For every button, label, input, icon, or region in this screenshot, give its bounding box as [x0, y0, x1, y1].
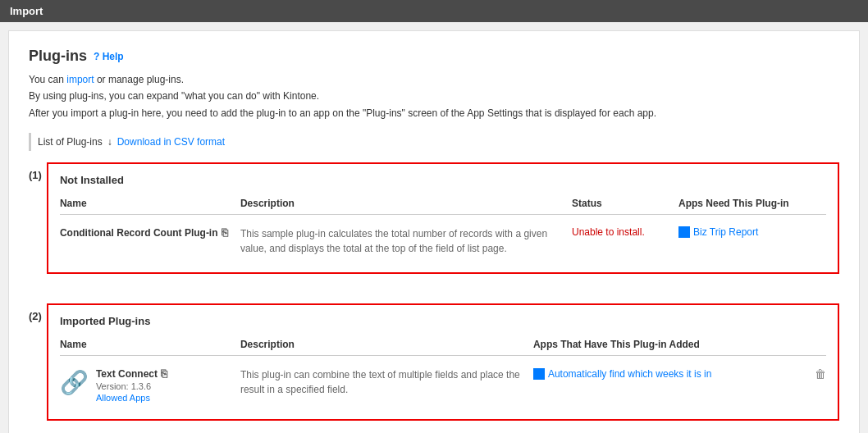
not-installed-app: Biz Trip Report [678, 226, 826, 238]
col-status: Status [572, 198, 678, 209]
page-title: Plug-ins [29, 48, 87, 65]
app-link-imported[interactable]: Automatically find which weeks it is in [533, 368, 711, 380]
not-installed-section: Not Installed Name Description Status Ap… [47, 162, 839, 274]
imported-label: (2) [29, 303, 42, 322]
version-text: Version: 1.3.6 [96, 381, 167, 391]
imported-section: Imported Plug-ins Name Description Apps … [47, 303, 839, 421]
not-installed-plugin-name: Conditional Record Count Plug-in ⎘ [60, 226, 240, 239]
desc-line-2: By using plug-ins, you can expand "what … [29, 88, 839, 104]
col-name: Name [60, 198, 240, 209]
link-chain-icon: 🔗 [60, 369, 89, 396]
help-link[interactable]: ? Help [94, 51, 124, 62]
copy-icon-imported[interactable]: ⎘ [161, 367, 167, 380]
main-content: Plug-ins ? Help You can import or manage… [8, 30, 860, 433]
desc-line-1: You can import or manage plug-ins. [29, 71, 839, 88]
list-header-text: List of Plug-ins [38, 136, 103, 148]
app-link-biz[interactable]: Biz Trip Report [678, 226, 826, 238]
copy-icon[interactable]: ⎘ [222, 226, 228, 239]
not-installed-title: Not Installed [60, 174, 826, 191]
trash-icon[interactable]: 🗑 [815, 367, 826, 381]
imported-row: 🔗 Text Connect ⎘ Version: 1.3.6 Allowed … [60, 361, 826, 409]
not-installed-header: Name Description Status Apps Need This P… [60, 198, 826, 215]
not-installed-row: Conditional Record Count Plug-in ⎘ This … [60, 220, 826, 262]
col-description: Description [240, 198, 572, 209]
imported-col-apps: Apps That Have This Plug-in Added [533, 339, 826, 350]
imported-col-name: Name [60, 339, 240, 350]
imported-title: Imported Plug-ins [60, 315, 826, 332]
plugin-name-details: Text Connect ⎘ Version: 1.3.6 Allowed Ap… [96, 367, 167, 403]
imported-col-description: Description [240, 339, 533, 350]
allowed-apps-link[interactable]: Allowed Apps [96, 393, 167, 403]
col-apps-need: Apps Need This Plug-in [678, 198, 826, 209]
list-header: List of Plug-ins ↓ Download in CSV forma… [29, 133, 839, 151]
imported-desc: This plug-in can combine the text of mul… [240, 367, 533, 397]
description-block: You can import or manage plug-ins. By us… [29, 71, 839, 121]
import-link[interactable]: import [66, 74, 94, 85]
not-installed-label: (1) [29, 162, 42, 181]
not-installed-desc: This sample plug-in calculates the total… [240, 226, 572, 256]
imported-header: Name Description Apps That Have This Plu… [60, 339, 826, 356]
page-title-row: Plug-ins ? Help [29, 48, 839, 65]
top-bar: Import [0, 0, 868, 22]
desc-line-3: After you import a plug-in here, you nee… [29, 105, 839, 121]
imported-apps-cell: Automatically find which weeks it is in … [533, 367, 826, 381]
app-icon [678, 226, 690, 238]
app-icon-imported [533, 368, 545, 380]
imported-plugin-name-cell: 🔗 Text Connect ⎘ Version: 1.3.6 Allowed … [60, 367, 240, 403]
imported-plugin-name: Text Connect ⎘ [96, 367, 167, 380]
plugin-icon: 🔗 [60, 367, 89, 397]
download-csv-link[interactable]: Download in CSV format [117, 136, 225, 148]
top-bar-label: Import [10, 5, 43, 17]
not-installed-status: Unable to install. [572, 226, 678, 238]
